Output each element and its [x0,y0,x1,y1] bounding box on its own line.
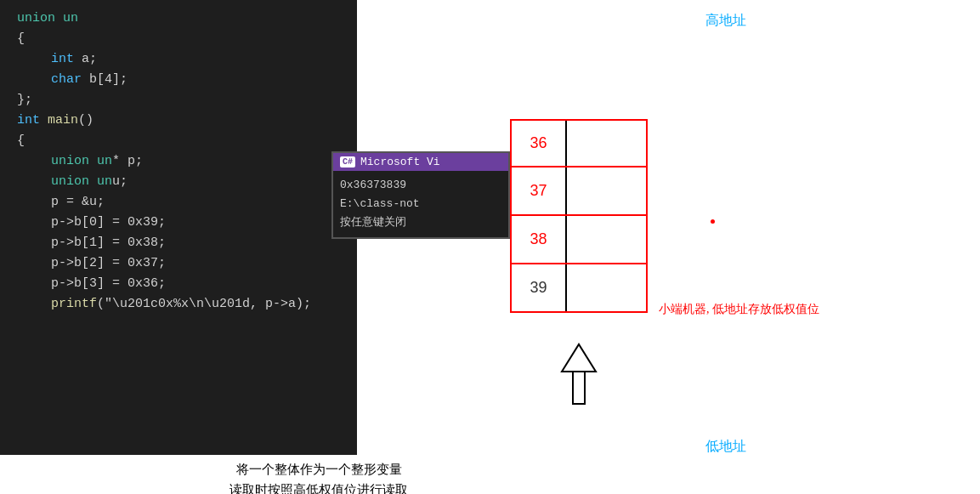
memory-cell-inner-38: 38 [512,216,567,263]
code-editor: union un { int a; char b[4]; }; int main… [0,0,357,455]
vs-popup-line1: 0x36373839 [340,176,501,195]
caption-line2: 读取时按照高低权值位进行读取 [229,480,408,494]
vs-popup: C# Microsoft Vi 0x36373839 E:\class-not … [331,151,510,239]
code-token: { [17,131,25,151]
code-line-11: p->b[0] = 0x39; [0,213,357,233]
code-token: * p; [112,151,143,172]
code-line-14: p->b[3] = 0x36; [0,274,357,294]
memory-cell-value-39: 39 [530,279,547,297]
code-token: p->b[2] = 0x37; [51,253,166,274]
code-token: printf [51,294,97,315]
code-token: union un [17,9,78,29]
code-token: p->b[1] = 0x38; [51,233,166,253]
memory-cell-value-38: 38 [530,230,547,248]
memory-cell-37: 37 [510,168,648,216]
memory-bottom-label: 低地址 [705,438,746,456]
memory-note: 小端机器, 低地址存放低权值位 [659,302,819,317]
memory-cell-value-37: 37 [530,182,547,200]
code-line-5: }; [0,90,357,111]
code-token: p->b[3] = 0x36; [51,274,166,294]
memory-cell-inner-37: 37 [512,168,567,214]
code-line-8: union un * p; [0,151,357,172]
svg-rect-0 [573,370,585,404]
caption-area: 将一个整体作为一个整形变量 读取时按照高低权值位进行读取 [229,459,408,494]
code-token: }; [17,90,32,111]
code-line-4: char b[4]; [0,70,357,90]
code-line-9: union un u; [0,172,357,192]
red-dot [711,219,715,224]
code-line-10: p = &u; [0,192,357,213]
caption-line1: 将一个整体作为一个整形变量 [229,459,408,480]
memory-cell-38: 38 [510,216,648,264]
code-line-13: p->b[2] = 0x37; [0,253,357,274]
memory-cell-inner-36: 36 [512,121,567,166]
vs-popup-title: C# Microsoft Vi [333,153,508,171]
vs-popup-title-text: Microsoft Vi [360,156,440,168]
vs-popup-line3: 按任意键关闭 [340,213,501,232]
code-token: u; [112,172,127,192]
code-line-7: { [0,131,357,151]
code-token: p->b[0] = 0x39; [51,213,166,233]
vs-icon: C# [340,156,355,168]
code-token: int [17,111,40,131]
code-token: char [51,70,82,90]
code-token: p = &u; [51,192,105,213]
memory-cell-39: 39 [510,264,648,313]
code-token: { [17,29,25,49]
memory-cell-value-36: 36 [530,134,547,152]
code-line-15: printf ("\u201c0x%x\n\u201d, p->a); [0,294,357,315]
code-line-1: union un [0,9,357,29]
code-token [40,111,48,131]
code-token: ("\u201c0x%x\n\u201d, p->a); [97,294,311,315]
code-token: () [78,111,93,131]
code-token: union un [51,172,112,192]
memory-top-label: 高地址 [705,12,746,30]
memory-cell-36: 36 [510,119,648,168]
up-arrow [553,336,604,408]
code-line-3: int a; [0,49,357,70]
code-token: a; [74,49,97,70]
code-line-12: p->b[1] = 0x38; [0,233,357,253]
memory-top-empty [510,9,648,119]
memory-cell-inner-39: 39 [512,264,567,311]
code-token: union un [51,151,112,172]
code-token: int [51,49,74,70]
vs-popup-line2: E:\class-not [340,195,501,213]
svg-marker-1 [562,344,596,372]
code-token: main [48,111,78,131]
code-line-2: { [0,29,357,49]
vs-popup-content: 0x36373839 E:\class-not 按任意键关闭 [333,171,508,237]
code-token: b[4]; [82,70,127,90]
code-line-6: int main () [0,111,357,131]
